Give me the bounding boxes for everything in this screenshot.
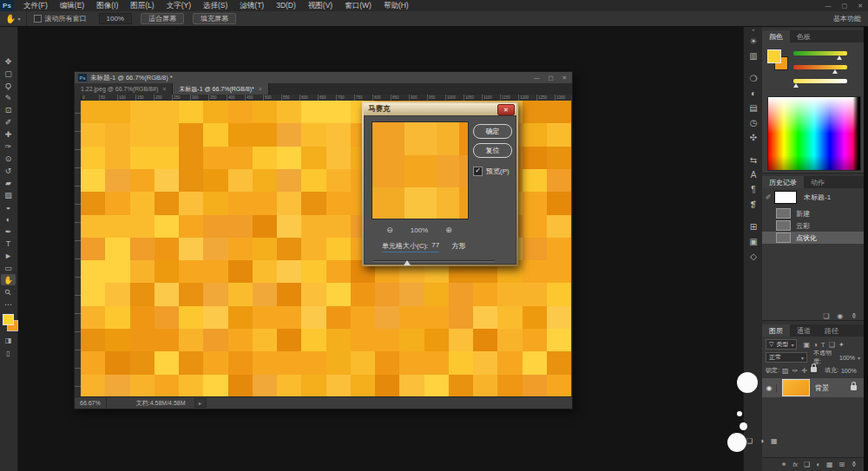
mini-mask-icon[interactable]: ❏ xyxy=(746,437,753,445)
slider-thumb[interactable] xyxy=(404,260,411,265)
screen-mode-button[interactable]: ▯ xyxy=(1,348,16,359)
lock-pixels-icon[interactable]: ✑ xyxy=(792,367,799,375)
tab-close-icon[interactable]: × xyxy=(259,86,262,92)
menu-select[interactable]: 选择(S) xyxy=(197,0,233,11)
status-options-arrow[interactable]: ▸ xyxy=(194,398,207,408)
document-tab[interactable]: 未标题-1 @ 66.7%(RGB/8)*× xyxy=(173,83,269,95)
filter-smart-icon[interactable]: ✦ xyxy=(838,341,845,349)
threed-panel-icon[interactable]: ◇ xyxy=(744,250,763,262)
brush-tool[interactable]: ✑ xyxy=(1,141,16,152)
history-brush-source-icon[interactable]: ✐ xyxy=(762,193,774,201)
layer-row-background[interactable]: ◉ 背景 xyxy=(762,378,864,397)
blend-mode-dropdown[interactable]: 正常 ▾ xyxy=(766,352,807,363)
red-slider[interactable] xyxy=(793,51,847,56)
blue-slider-thumb[interactable] xyxy=(793,83,799,88)
crop-tool[interactable]: ⊡ xyxy=(1,104,16,115)
reset-button[interactable]: 复位 xyxy=(473,143,512,158)
move-tool[interactable]: ✥ xyxy=(1,56,16,67)
lock-position-icon[interactable]: ✛ xyxy=(801,367,807,375)
info-panel-icon[interactable]: ◷ xyxy=(744,116,763,128)
character-panel-icon[interactable]: A xyxy=(744,168,763,180)
opacity-value[interactable]: 100% xyxy=(839,355,855,361)
blur-tool[interactable]: ◒ xyxy=(1,201,16,213)
current-tool-well[interactable]: ✋ ▾ xyxy=(0,11,27,26)
zoom-in-icon[interactable]: ⊕ xyxy=(445,226,452,234)
menu-type[interactable]: 文字(Y) xyxy=(161,0,197,11)
delete-state-icon[interactable]: ⚱ xyxy=(851,312,857,320)
layer-effects-icon[interactable]: fx xyxy=(793,461,798,468)
filter-preview-area[interactable] xyxy=(372,121,469,219)
color-spectrum-ramp[interactable] xyxy=(767,96,861,171)
menu-layer[interactable]: 图层(L) xyxy=(124,0,160,11)
document-minimize-icon[interactable]: — xyxy=(534,75,540,82)
zoom-percent-field[interactable]: 100% xyxy=(99,13,132,24)
document-tab[interactable]: 1.22.jpeg @ 66.7%(RGB/8#)× xyxy=(75,83,173,95)
foreground-color-swatch[interactable] xyxy=(767,49,781,63)
menu-view[interactable]: 视图(V) xyxy=(302,0,339,11)
lock-transparent-icon[interactable]: ▨ xyxy=(782,367,789,375)
new-doc-from-state-icon[interactable]: ❏ xyxy=(823,312,829,320)
zoom-tool[interactable]: ⚲ xyxy=(1,286,16,298)
history-snapshot-row[interactable]: ✐ 未标题-1 xyxy=(762,190,864,205)
layer-group-icon[interactable]: ▦ xyxy=(826,461,833,468)
adjustment-layer-icon[interactable]: ◐ xyxy=(816,461,820,468)
clone-stamp-tool[interactable]: ⊙ xyxy=(1,153,16,164)
type-tool[interactable]: T xyxy=(1,238,16,249)
tab-actions[interactable]: 动作 xyxy=(804,176,832,188)
new-layer-icon[interactable]: ⊞ xyxy=(839,461,845,468)
tab-paths[interactable]: 路径 xyxy=(818,324,845,337)
tab-close-icon[interactable]: × xyxy=(162,86,166,92)
close-icon[interactable]: ✕ xyxy=(858,0,863,11)
red-slider-thumb[interactable] xyxy=(837,56,842,60)
dialog-title-bar[interactable]: 马赛克 ✕ xyxy=(364,103,516,115)
maximize-icon[interactable]: ▢ xyxy=(842,0,848,11)
scroll-all-windows-checkbox[interactable] xyxy=(34,15,42,23)
clone-source-panel-icon[interactable]: ⊞ xyxy=(744,220,763,232)
preview-checkbox[interactable]: ✓ xyxy=(473,167,483,176)
document-close-icon[interactable]: ✕ xyxy=(562,75,567,82)
menu-file[interactable]: 文件(F) xyxy=(17,0,54,11)
fill-screen-button[interactable]: 填充屏幕 xyxy=(193,13,236,24)
eyedropper-tool[interactable]: ✐ xyxy=(1,116,16,128)
pen-tool[interactable]: ✒ xyxy=(1,226,16,237)
layer-mask-icon[interactable]: ❏ xyxy=(804,461,810,468)
filter-shape-icon[interactable]: ❏ xyxy=(829,341,835,349)
layer-filter-kind-dropdown[interactable]: ▽ 类型 ▾ xyxy=(766,339,797,350)
dialog-close-button[interactable]: ✕ xyxy=(497,104,515,115)
lock-all-icon[interactable] xyxy=(811,367,817,372)
tab-layers[interactable]: 图层 xyxy=(762,324,790,337)
histogram-panel-icon[interactable]: ▥ xyxy=(744,49,763,62)
history-state-row[interactable]: 云彩 xyxy=(762,219,864,232)
layer-visibility-eye-icon[interactable]: ◉ xyxy=(762,384,777,392)
eraser-tool[interactable]: ▰ xyxy=(1,177,16,188)
zoom-out-icon[interactable]: ⊖ xyxy=(386,226,393,234)
tab-channels[interactable]: 通道 xyxy=(790,324,818,337)
green-slider-thumb[interactable] xyxy=(832,69,838,74)
green-slider[interactable] xyxy=(793,65,847,69)
cell-size-value[interactable]: 77 xyxy=(431,241,439,251)
collapse-dock-icon[interactable]: « xyxy=(744,27,763,32)
workspace-switcher[interactable]: 基本功能 xyxy=(833,14,861,23)
properties-panel-icon[interactable]: ✣ xyxy=(744,131,763,143)
marquee-tool[interactable]: ▢ xyxy=(1,68,16,79)
history-state-row[interactable]: 点状化 xyxy=(762,232,864,244)
paragraph-panel-icon[interactable]: ¶ xyxy=(744,183,763,195)
menu-image[interactable]: 图像(I) xyxy=(90,0,124,11)
styles-panel-icon[interactable]: ❍ xyxy=(744,72,763,84)
glyphs-panel-icon[interactable]: ❡ xyxy=(744,198,763,210)
tab-history[interactable]: 历史记录 xyxy=(762,176,804,188)
hand-tool[interactable]: ✋ xyxy=(1,274,16,285)
shape-tool[interactable]: ▭ xyxy=(1,262,16,273)
filter-pixel-icon[interactable]: ▣ xyxy=(803,341,810,349)
filter-type-icon[interactable]: T xyxy=(821,341,825,349)
menu-edit[interactable]: 编辑(E) xyxy=(54,0,90,11)
lasso-tool[interactable]: Ϙ xyxy=(1,80,16,91)
tab-color[interactable]: 颜色 xyxy=(762,30,790,43)
layer-thumbnail[interactable] xyxy=(782,379,810,396)
blue-slider[interactable] xyxy=(793,79,847,83)
tab-swatches[interactable]: 色板 xyxy=(790,30,818,43)
quick-selection-tool[interactable]: ✎ xyxy=(1,92,16,103)
minimize-icon[interactable]: — xyxy=(825,0,832,11)
mini-adjust-icon[interactable]: ◑ xyxy=(760,437,764,445)
menu-help[interactable]: 帮助(H) xyxy=(378,0,415,11)
